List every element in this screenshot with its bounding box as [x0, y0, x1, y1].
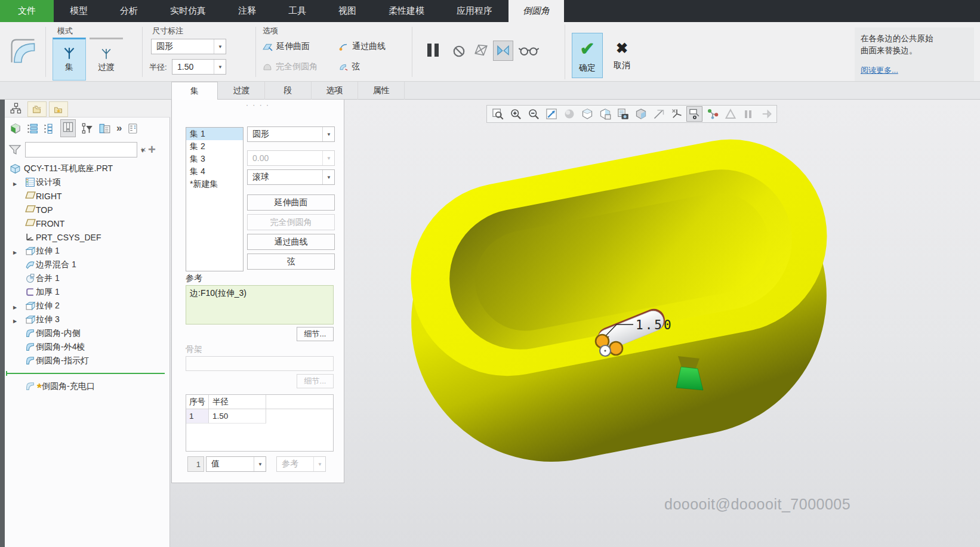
menu-tab-live-sim[interactable]: 实时仿真	[154, 0, 222, 22]
datum-display-icon[interactable]	[668, 106, 685, 122]
cancel-button[interactable]: 取消	[606, 33, 637, 78]
tree-root-item[interactable]: QCY-T11-耳机底座.PRT	[5, 162, 165, 175]
tree-item-csys[interactable]: PRT_CSYS_DEF	[5, 231, 165, 244]
model-body[interactable]	[387, 123, 851, 486]
tree-item-round-charging-port[interactable]: 倒圆角-充电口	[5, 380, 165, 393]
through-curve-option[interactable]: 通过曲线	[339, 41, 386, 52]
set-item-2[interactable]: 集 2	[186, 140, 243, 153]
tree-item-extrude-1[interactable]: 拉伸 1	[5, 245, 165, 258]
chord-option[interactable]: 弦	[339, 61, 360, 72]
set-item-3[interactable]: 集 3	[186, 153, 243, 165]
zoom-fit-icon[interactable]	[489, 106, 506, 122]
toolbar-overflow-icon[interactable]	[116, 122, 122, 134]
glasses-preview-icon[interactable]	[518, 45, 540, 57]
model-tree-icon[interactable]	[10, 103, 23, 117]
shading-icon[interactable]	[561, 106, 577, 122]
chevron-down-icon[interactable]	[322, 127, 334, 141]
menu-tab-model[interactable]: 模型	[54, 0, 104, 22]
expand-arrow-icon[interactable]	[13, 246, 19, 256]
through-curve-button[interactable]: 通过曲线	[247, 234, 335, 250]
ok-button[interactable]: 确定	[572, 33, 603, 78]
menu-tab-annotate[interactable]: 注释	[222, 0, 272, 22]
tree-item-round-indicator[interactable]: 倒圆角-指示灯	[5, 354, 165, 367]
perspective-icon[interactable]	[651, 106, 667, 122]
zoom-in-icon[interactable]	[507, 106, 523, 122]
tree-item-round-inner[interactable]: 倒圆角-内侧	[5, 327, 165, 340]
menu-tab-tools[interactable]: 工具	[272, 0, 322, 22]
section-view-icon[interactable]	[597, 106, 613, 122]
reference-collector[interactable]: 边:F10(拉伸_3)	[186, 285, 334, 325]
chevron-down-icon[interactable]	[254, 457, 266, 471]
tree-item-thicken[interactable]: 加厚 1	[5, 286, 165, 299]
expand-arrow-icon[interactable]	[13, 301, 19, 311]
no-preview-icon[interactable]	[452, 45, 466, 58]
expand-all-icon[interactable]	[27, 123, 38, 134]
insertion-locator-line[interactable]	[7, 373, 165, 374]
expand-arrow-icon[interactable]	[13, 315, 19, 325]
layer-table-icon[interactable]	[98, 123, 111, 134]
wireframe-preview-icon[interactable]	[473, 42, 489, 58]
reference-details-button[interactable]: 细节...	[297, 327, 334, 341]
value-type-select[interactable]: 值	[206, 456, 266, 472]
menu-tab-flexible-modeling[interactable]: 柔性建模	[372, 0, 440, 22]
chord-button[interactable]: 弦	[247, 254, 335, 270]
tree-item-front-plane[interactable]: FRONT	[5, 217, 165, 230]
tree-filter-icon[interactable]	[81, 123, 93, 134]
set-item-new[interactable]: *新建集	[186, 178, 243, 190]
add-filter-icon[interactable]	[148, 142, 156, 157]
zoom-out-icon[interactable]	[525, 106, 541, 122]
shaded-preview-icon[interactable]	[493, 41, 513, 61]
tree-columns-icon[interactable]	[60, 119, 76, 137]
tab-options[interactable]: 选项	[312, 82, 358, 100]
round-shape-select[interactable]: 圆形	[151, 39, 226, 54]
tree-item-merge[interactable]: 合并 1	[5, 272, 165, 285]
radius-select[interactable]: 1.50	[172, 59, 226, 75]
tab-transitions[interactable]: 过渡	[218, 82, 265, 100]
panel-drag-handle[interactable]	[246, 101, 270, 109]
tree-item-extrude-3[interactable]: 拉伸 3	[5, 313, 165, 326]
expand-arrow-icon[interactable]	[13, 178, 19, 187]
set-item-4[interactable]: 集 4	[186, 165, 243, 178]
menu-tab-applications[interactable]: 应用程序	[440, 0, 509, 22]
creation-method-select[interactable]: 滚球	[247, 169, 335, 185]
menu-tab-round-active[interactable]: 倒圆角	[509, 0, 564, 22]
chevron-down-icon[interactable]	[214, 39, 226, 54]
show-model-icon[interactable]	[10, 123, 21, 134]
pause-feature-icon[interactable]	[427, 44, 439, 57]
extent-drag-handle[interactable]	[609, 342, 622, 355]
section-shape-select[interactable]: 圆形	[247, 126, 335, 142]
radius-dimension-label[interactable]: 1.50	[636, 318, 673, 332]
tab-properties[interactable]: 属性	[358, 82, 405, 100]
refit-icon[interactable]	[543, 106, 559, 122]
set-item-1[interactable]: 集 1	[186, 128, 243, 140]
read-more-link[interactable]: 阅读更多...	[861, 66, 898, 75]
extend-surface-option[interactable]: 延伸曲面	[263, 41, 310, 52]
menu-file-button[interactable]: 文件	[0, 0, 54, 22]
tree-item-right-plane[interactable]: RIGHT	[5, 190, 165, 203]
tree-item-boundary-blend[interactable]: 边界混合 1	[5, 258, 165, 271]
saved-views-icon[interactable]	[615, 106, 631, 122]
tree-item-design-items[interactable]: 设计项	[5, 176, 165, 189]
tree-search-input[interactable]	[26, 146, 138, 154]
tree-item-top-plane[interactable]: TOP	[5, 203, 165, 217]
annotation-display-icon[interactable]	[686, 106, 702, 122]
spin-center-icon[interactable]	[704, 106, 720, 122]
menu-tab-view[interactable]: 视图	[322, 0, 372, 22]
radius-table-row[interactable]: 1 1.50	[186, 409, 333, 424]
display-style-icon[interactable]	[579, 106, 595, 122]
tree-item-extrude-2[interactable]: 拉伸 2	[5, 299, 165, 313]
tree-tab-history[interactable]	[27, 101, 47, 117]
tree-item-round-outer4[interactable]: 倒圆角-外4棱	[5, 341, 165, 354]
tab-pieces[interactable]: 段	[265, 82, 312, 100]
tree-tab-favorites[interactable]	[49, 101, 68, 117]
tree-settings-icon[interactable]	[127, 123, 139, 134]
row-radius-cell[interactable]: 1.50	[209, 409, 266, 424]
collapse-all-icon[interactable]	[44, 123, 55, 134]
chevron-down-icon[interactable]	[322, 170, 334, 184]
search-options-icon[interactable]	[141, 144, 144, 155]
view-manager-icon[interactable]	[633, 106, 649, 122]
tab-sets[interactable]: 集	[171, 82, 218, 100]
chevron-down-icon[interactable]	[214, 60, 226, 74]
mode-transition-button[interactable]: 过渡	[90, 38, 123, 81]
extend-surface-button[interactable]: 延伸曲面	[247, 194, 335, 211]
